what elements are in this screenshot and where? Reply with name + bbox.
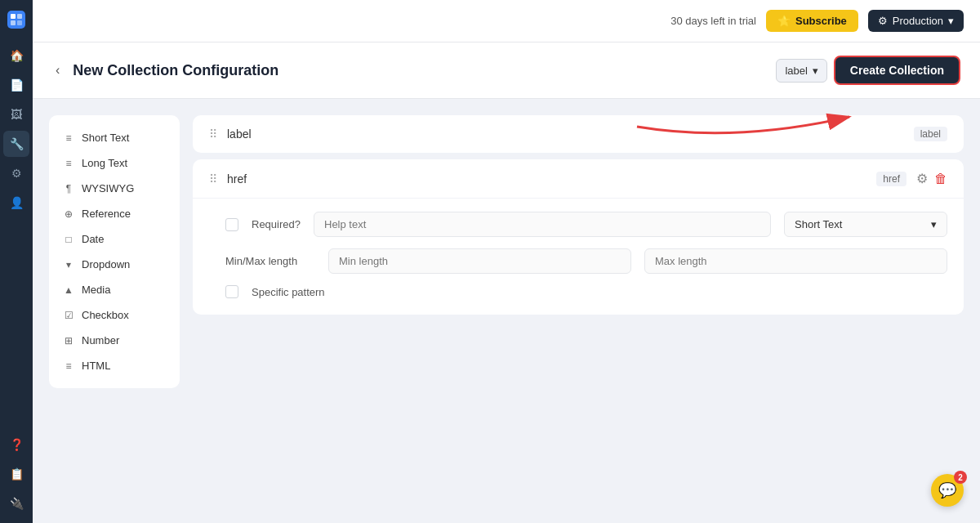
main-area: 30 days left in trial ⭐ Subscribe ⚙ Prod… (33, 0, 980, 523)
svg-rect-0 (7, 11, 25, 29)
page-title: New Collection Configuration (73, 62, 278, 79)
date-icon: □ (62, 234, 75, 245)
sidebar-item-collections[interactable]: 🔧 (3, 131, 29, 157)
delete-icon[interactable]: 🗑 (934, 172, 947, 186)
pattern-checkbox[interactable] (225, 285, 238, 298)
short-text-icon: ≡ (62, 132, 75, 144)
back-button[interactable]: ‹ (52, 60, 63, 81)
logo (3, 7, 29, 33)
field-type-checkbox[interactable]: ☑ Checkbox (49, 302, 180, 328)
svg-rect-1 (11, 14, 16, 19)
sidebar-item-users[interactable]: 👤 (3, 190, 29, 216)
href-field-body: Required? Short Text ▾ Min/Max length (193, 199, 964, 315)
media-icon: ▲ (62, 284, 75, 296)
required-label: Required? (252, 218, 301, 230)
required-row: Required? Short Text ▾ (225, 212, 947, 237)
href-field-header: ⠿ href ⚙ 🗑 (193, 159, 964, 199)
chat-badge: 2 (954, 471, 967, 484)
max-length-input[interactable] (644, 248, 947, 274)
sidebar: 🏠 📄 🖼 🔧 ⚙ 👤 ❓ 📋 🔌 (0, 0, 33, 523)
gear-icon[interactable]: ⚙ (916, 171, 928, 186)
content-area: ‹ New Collection Configuration label ▾ C… (33, 42, 980, 523)
html-icon: ≡ (62, 360, 75, 372)
chevron-down-icon: ▾ (948, 15, 954, 27)
field-type-short-text[interactable]: ≡ Short Text (49, 125, 180, 150)
min-max-label: Min/Max length (225, 255, 315, 267)
fields-panel: ⠿ label ⠿ href ⚙ 🗑 (193, 115, 964, 507)
checkbox-icon: ☑ (62, 310, 75, 321)
production-icon: ⚙ (878, 15, 888, 27)
field-type-date[interactable]: □ Date (49, 226, 180, 252)
page-header: ‹ New Collection Configuration label ▾ C… (33, 42, 980, 99)
drag-handle-href[interactable]: ⠿ (209, 172, 217, 186)
sidebar-item-media[interactable]: 🖼 (3, 101, 29, 127)
long-text-icon: ≡ (62, 158, 75, 169)
trial-text: 30 days left in trial (670, 15, 756, 27)
page-header-left: ‹ New Collection Configuration (52, 60, 278, 81)
wysiwyg-icon: ¶ (62, 183, 75, 194)
label-field-input[interactable] (227, 127, 904, 141)
label-dropdown[interactable]: label ▾ (776, 59, 826, 83)
subscribe-button[interactable]: ⭐ Subscribe (766, 10, 858, 32)
body-layout: ≡ Short Text ≡ Long Text ¶ WYSIWYG ⊕ Ref… (33, 99, 980, 523)
required-checkbox[interactable] (225, 218, 238, 231)
href-field-input[interactable] (227, 172, 866, 186)
sidebar-item-docs[interactable]: 📋 (3, 461, 29, 487)
min-max-row: Min/Max length (225, 248, 947, 274)
svg-rect-4 (17, 20, 22, 25)
svg-rect-3 (11, 20, 16, 25)
href-field-tag: href (876, 172, 906, 186)
chat-icon: 💬 (938, 481, 956, 499)
field-type-long-text[interactable]: ≡ Long Text (49, 150, 180, 176)
field-type-media[interactable]: ▲ Media (49, 277, 180, 302)
page-header-right: label ▾ Create Collection (776, 56, 960, 85)
production-button[interactable]: ⚙ Production ▾ (868, 10, 964, 32)
svg-rect-2 (17, 14, 22, 19)
reference-icon: ⊕ (62, 208, 75, 220)
field-type-number[interactable]: ⊞ Number (49, 328, 180, 353)
sidebar-item-settings[interactable]: ⚙ (3, 160, 29, 186)
sidebar-item-integrations[interactable]: 🔌 (3, 490, 29, 516)
href-field-actions: ⚙ 🗑 (916, 171, 947, 186)
field-type-html[interactable]: ≡ HTML (49, 353, 180, 378)
label-field-tag: label (914, 127, 947, 141)
number-icon: ⊞ (62, 335, 75, 346)
create-collection-button[interactable]: Create Collection (834, 56, 960, 85)
field-type-dropdown[interactable]: ▾ Dropdown (49, 252, 180, 277)
sidebar-item-content[interactable]: 📄 (3, 72, 29, 98)
sidebar-item-help[interactable]: ❓ (3, 431, 29, 458)
sidebar-item-home[interactable]: 🏠 (3, 42, 29, 69)
min-length-input[interactable] (328, 248, 631, 274)
field-type-wysiwyg[interactable]: ¶ WYSIWYG (49, 176, 180, 201)
topbar: 30 days left in trial ⭐ Subscribe ⚙ Prod… (33, 0, 980, 42)
help-text-input[interactable] (314, 212, 771, 237)
drag-handle[interactable]: ⠿ (209, 127, 217, 141)
subscribe-icon: ⭐ (777, 15, 791, 27)
chevron-down-icon: ▾ (813, 65, 818, 77)
pattern-row: Specific pattern (225, 285, 947, 298)
field-type-reference[interactable]: ⊕ Reference (49, 201, 180, 226)
href-field-expanded: ⠿ href ⚙ 🗑 Required? (193, 159, 964, 315)
label-field-row: ⠿ label (193, 115, 964, 153)
field-types-panel: ≡ Short Text ≡ Long Text ¶ WYSIWYG ⊕ Ref… (49, 115, 180, 388)
type-select[interactable]: Short Text ▾ (784, 212, 947, 237)
select-chevron-icon: ▾ (931, 218, 937, 230)
pattern-label: Specific pattern (252, 286, 325, 298)
chat-widget[interactable]: 💬 2 (931, 474, 964, 507)
dropdown-icon: ▾ (62, 259, 75, 270)
